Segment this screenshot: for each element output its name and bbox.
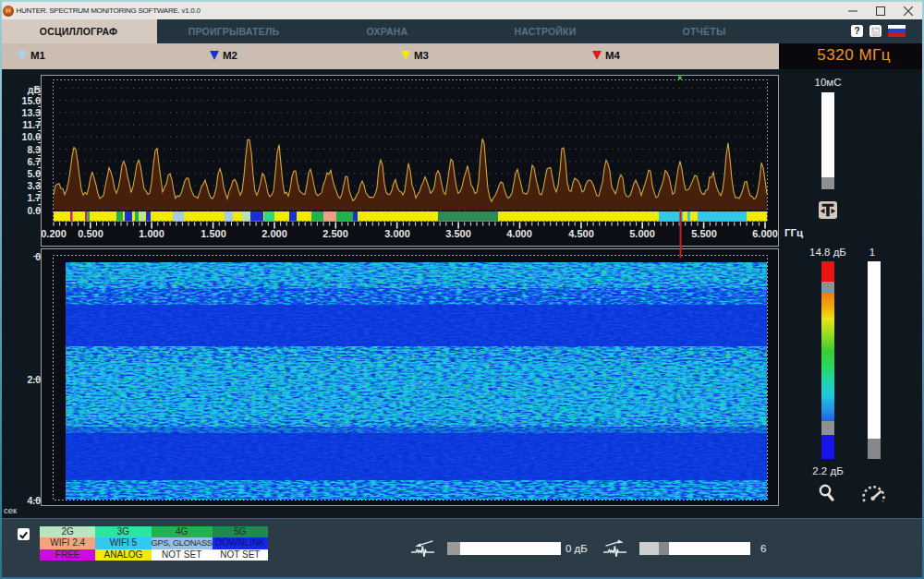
svg-text:3.500: 3.500 <box>445 228 471 239</box>
svg-text:5.000: 5.000 <box>629 228 655 239</box>
svg-text:2.000: 2.000 <box>261 228 287 239</box>
svg-text:1.500: 1.500 <box>201 228 226 239</box>
svg-text:4.500: 4.500 <box>568 228 594 239</box>
svg-text:4.000: 4.000 <box>506 228 532 239</box>
svg-text:5.500: 5.500 <box>691 228 717 239</box>
svg-text:1.000: 1.000 <box>139 228 164 239</box>
svg-text:2.500: 2.500 <box>322 228 348 239</box>
svg-text:3.000: 3.000 <box>384 228 410 239</box>
svg-text:0.200: 0.200 <box>42 228 67 239</box>
svg-text:6.000: 6.000 <box>752 228 778 239</box>
svg-text:0.500: 0.500 <box>78 228 103 239</box>
